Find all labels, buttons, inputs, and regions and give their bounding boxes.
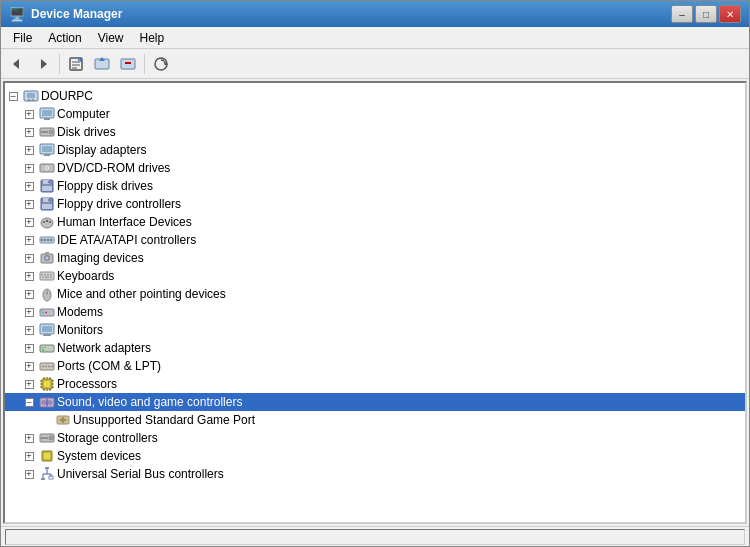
forward-button[interactable]: [31, 52, 55, 76]
expand-icon-processors: +: [25, 380, 34, 389]
menu-file[interactable]: File: [5, 29, 40, 47]
expand-btn-dvd-cdrom[interactable]: +: [21, 160, 37, 176]
tree-item-sound-video[interactable]: –Sound, video and game controllers: [5, 393, 745, 411]
menu-action[interactable]: Action: [40, 29, 89, 47]
tree-item-floppy-disk[interactable]: +Floppy disk drives: [5, 177, 745, 195]
svg-marker-1: [41, 59, 47, 69]
expand-btn-floppy-drive[interactable]: +: [21, 196, 37, 212]
svg-rect-54: [44, 274, 46, 276]
tree-item-processors[interactable]: +Processors: [5, 375, 745, 393]
svg-point-40: [43, 221, 45, 223]
svg-rect-46: [47, 239, 49, 241]
expand-btn-modems[interactable]: +: [21, 304, 37, 320]
title-bar-left: 🖥️ Device Manager: [9, 7, 122, 22]
tree-item-floppy-drive[interactable]: +Floppy drive controllers: [5, 195, 745, 213]
device-tree[interactable]: – DOURPC +Computer+Disk drives+Display a…: [5, 83, 745, 522]
menu-help[interactable]: Help: [132, 29, 173, 47]
expand-btn-sound-video[interactable]: –: [21, 394, 37, 410]
tree-item-hid[interactable]: +Human Interface Devices: [5, 213, 745, 231]
item-icon-usb: [39, 466, 55, 482]
svg-rect-115: [49, 476, 53, 479]
svg-rect-71: [43, 335, 51, 336]
expand-btn-floppy-disk[interactable]: +: [21, 178, 37, 194]
item-label-floppy-disk: Floppy disk drives: [57, 179, 153, 193]
tree-item-disk-drives[interactable]: +Disk drives: [5, 123, 745, 141]
svg-point-23: [49, 130, 53, 134]
close-button[interactable]: ✕: [719, 5, 741, 23]
item-icon-storage: [39, 430, 55, 446]
expand-icon-imaging: +: [25, 254, 34, 263]
expand-btn-hid[interactable]: +: [21, 214, 37, 230]
expand-btn-storage[interactable]: +: [21, 430, 37, 446]
item-label-network: Network adapters: [57, 341, 151, 355]
tree-item-ide-ata[interactable]: +IDE ATA/ATAPI controllers: [5, 231, 745, 249]
expand-btn-monitors[interactable]: +: [21, 322, 37, 338]
item-icon-system-devices: [39, 448, 55, 464]
root-expand-btn[interactable]: –: [5, 88, 21, 104]
svg-rect-69: [42, 326, 52, 332]
maximize-button[interactable]: □: [695, 5, 717, 23]
tree-item-mice[interactable]: +Mice and other pointing devices: [5, 285, 745, 303]
tree-item-computer[interactable]: +Computer: [5, 105, 745, 123]
uninstall-button[interactable]: [116, 52, 140, 76]
expand-btn-computer[interactable]: +: [21, 106, 37, 122]
svg-rect-114: [41, 478, 45, 480]
expand-btn-ports[interactable]: +: [21, 358, 37, 374]
tree-item-storage[interactable]: +Storage controllers: [5, 429, 745, 447]
tree-item-modems[interactable]: +Modems: [5, 303, 745, 321]
expand-btn-keyboards[interactable]: +: [21, 268, 37, 284]
menu-view[interactable]: View: [90, 29, 132, 47]
tree-item-monitors[interactable]: +Monitors: [5, 321, 745, 339]
tree-root[interactable]: – DOURPC: [5, 87, 745, 105]
expand-icon-ports: +: [25, 362, 34, 371]
item-label-modems: Modems: [57, 305, 103, 319]
tree-item-dvd-cdrom[interactable]: +DVD/CD-ROM drives: [5, 159, 745, 177]
svg-point-66: [48, 312, 50, 314]
tree-item-usb[interactable]: +Universal Serial Bus controllers: [5, 465, 745, 483]
tree-item-keyboards[interactable]: +Keyboards: [5, 267, 745, 285]
root-label: DOURPC: [41, 89, 93, 103]
tree-item-unsupported-game-port[interactable]: Unsupported Standard Game Port: [5, 411, 745, 429]
title-bar-controls: – □ ✕: [671, 5, 741, 23]
item-icon-imaging: [39, 250, 55, 266]
svg-rect-20: [42, 110, 52, 116]
update-driver-button[interactable]: [90, 52, 114, 76]
expand-btn-system-devices[interactable]: +: [21, 448, 37, 464]
expand-btn-ide-ata[interactable]: +: [21, 232, 37, 248]
item-label-mice: Mice and other pointing devices: [57, 287, 226, 301]
tree-item-system-devices[interactable]: +System devices: [5, 447, 745, 465]
expand-btn-usb[interactable]: +: [21, 466, 37, 482]
svg-rect-109: [45, 467, 49, 469]
expand-btn-network[interactable]: +: [21, 340, 37, 356]
svg-point-30: [46, 167, 48, 169]
title-bar: 🖥️ Device Manager – □ ✕: [1, 1, 749, 27]
expand-btn-mice[interactable]: +: [21, 286, 37, 302]
item-label-sound-video: Sound, video and game controllers: [57, 395, 242, 409]
item-label-keyboards: Keyboards: [57, 269, 114, 283]
svg-rect-82: [44, 381, 50, 387]
svg-point-78: [45, 366, 47, 368]
expand-icon-storage: +: [25, 434, 34, 443]
item-icon-monitors: [39, 322, 55, 338]
expand-btn-imaging[interactable]: +: [21, 250, 37, 266]
tree-item-imaging[interactable]: +Imaging devices: [5, 249, 745, 267]
svg-rect-42: [46, 220, 48, 222]
tree-item-display-adapters[interactable]: +Display adapters: [5, 141, 745, 159]
minimize-button[interactable]: –: [671, 5, 693, 23]
scan-changes-button[interactable]: [149, 52, 173, 76]
back-button[interactable]: [5, 52, 29, 76]
status-bar: [1, 526, 749, 546]
item-icon-dvd-cdrom: [39, 160, 55, 176]
expand-btn-display-adapters[interactable]: +: [21, 142, 37, 158]
tree-item-network[interactable]: +Network adapters: [5, 339, 745, 357]
menu-bar: File Action View Help: [1, 27, 749, 49]
tree-item-ports[interactable]: +Ports (COM & LPT): [5, 357, 745, 375]
item-label-unsupported-game-port: Unsupported Standard Game Port: [73, 413, 255, 427]
svg-rect-58: [45, 277, 49, 279]
svg-rect-106: [41, 437, 48, 439]
expand-btn-disk-drives[interactable]: +: [21, 124, 37, 140]
root-icon: [23, 88, 39, 104]
properties-button[interactable]: i: [64, 52, 88, 76]
svg-rect-15: [27, 93, 35, 98]
expand-btn-processors[interactable]: +: [21, 376, 37, 392]
